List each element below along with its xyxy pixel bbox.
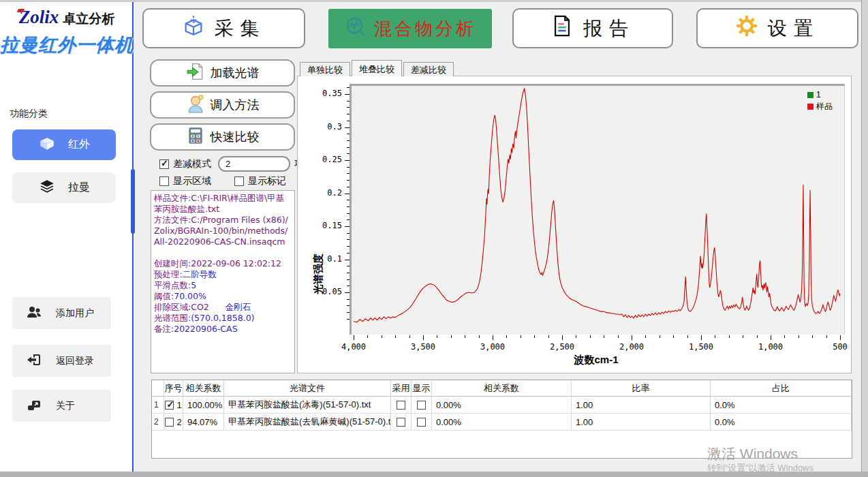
table-row[interactable]: 2294.07%甲基苯丙胺盐酸盐(去氧麻黄碱)(51-57-0).txt0.00… — [152, 414, 852, 431]
show-checkbox[interactable] — [417, 401, 426, 410]
x-tick-label: 1,500 — [681, 342, 722, 352]
y-axis-minor-tick — [347, 114, 350, 114]
x-axis-minor-tick — [715, 335, 715, 338]
analysis-wave-icon — [344, 15, 367, 43]
col-header-ratio[interactable]: 比率 — [572, 380, 711, 396]
y-axis-minor-tick — [347, 279, 350, 280]
x-axis-minor-tick — [799, 335, 799, 338]
y-tick-label: 0.2 — [298, 188, 342, 198]
y-axis-minor-tick — [347, 319, 350, 320]
row-number: 2 — [152, 414, 164, 430]
info-text: 平滑点数: — [154, 280, 191, 290]
y-axis-minor-tick — [347, 233, 350, 234]
y-axis-tick — [345, 260, 350, 260]
x-axis-minor-tick — [604, 335, 604, 338]
display-options-row: 显示区域 显示标记 — [159, 175, 286, 187]
col-header-seq[interactable]: 序号 — [164, 380, 183, 396]
plot-area[interactable] — [350, 84, 845, 335]
row-select-checkbox[interactable] — [165, 418, 174, 427]
subtract-count-input[interactable] — [218, 156, 290, 172]
x-tick-label: 4,000 — [333, 342, 374, 352]
row-select-checkbox[interactable] — [165, 401, 174, 410]
adopt-checkbox[interactable] — [397, 418, 405, 427]
info-text: 排除区域:CO2 — [154, 302, 226, 312]
x-axis-minor-tick — [729, 335, 730, 338]
sidebar-item-infrared[interactable]: 红外 — [12, 129, 116, 160]
show-cell[interactable] — [412, 414, 432, 430]
x-axis-minor-tick — [757, 335, 758, 338]
x-axis-minor-tick — [506, 335, 507, 338]
seq-cell[interactable]: 1 — [164, 397, 183, 413]
about-button[interactable]: 关于 — [12, 390, 111, 422]
adopt-checkbox[interactable] — [397, 401, 405, 410]
load-spectrum-button[interactable]: 加载光谱 — [150, 59, 295, 87]
x-axis-tick — [423, 335, 424, 340]
y-tick-label: 0.35 — [298, 89, 342, 98]
load-method-button[interactable]: 调入方法 — [150, 91, 295, 119]
show-marker-checkbox[interactable] — [234, 176, 244, 186]
x-axis-minor-tick — [367, 335, 368, 338]
table-body: 11100.00%甲基苯丙胺盐酸盐(冰毒)(51-57-0).txt0.00%1… — [152, 397, 852, 431]
x-tick-label: 500 — [820, 342, 861, 352]
adopt-cell[interactable] — [391, 397, 412, 413]
y-tick-label: 0.25 — [298, 155, 342, 164]
x-axis-minor-tick — [673, 335, 674, 338]
ratio-value: 1.00 — [572, 414, 711, 430]
show-checkbox[interactable] — [417, 418, 426, 427]
x-axis-minor-tick — [743, 335, 743, 338]
tab-label: 采集 — [215, 16, 266, 42]
tab-subtract-compare[interactable]: 差减比较 — [403, 62, 454, 76]
y-tick-label: 0.15 — [298, 221, 342, 230]
col-header-file[interactable]: 光谱文件 — [224, 380, 391, 396]
seq-cell[interactable]: 2 — [164, 414, 183, 430]
x-axis-minor-tick — [660, 335, 660, 338]
y-axis-tick — [345, 292, 350, 293]
x-axis-title: 波数cm-1 — [574, 354, 618, 367]
y-tick-label: 0.05 — [298, 287, 342, 296]
return-login-button[interactable]: 返回登录 — [12, 345, 111, 377]
tab-collect[interactable]: 采集 — [142, 8, 305, 48]
col-header-correlation2[interactable]: 相关系数 — [432, 380, 572, 396]
subtract-mode-checkbox[interactable] — [159, 159, 169, 169]
sidebar-item-raman[interactable]: 拉曼 — [12, 172, 116, 203]
col-header-share[interactable]: 占比 — [711, 380, 852, 396]
table-row[interactable]: 11100.00%甲基苯丙胺盐酸盐(冰毒)(51-57-0).txt0.00%1… — [152, 397, 852, 414]
x-axis-tick — [840, 335, 841, 340]
tab-stack-compare[interactable]: 堆叠比较 — [352, 60, 402, 76]
show-region-checkbox[interactable] — [159, 176, 169, 186]
y-axis-minor-tick — [347, 253, 350, 253]
x-axis-minor-tick — [465, 335, 465, 338]
spectrum-file-name: 甲基苯丙胺盐酸盐(冰毒)(51-57-0).txt — [224, 397, 391, 413]
tab-single-compare[interactable]: 单独比较 — [300, 62, 350, 76]
x-axis-minor-tick — [451, 335, 452, 338]
tab-mixture-analysis[interactable]: 混合物分析 — [328, 9, 492, 48]
quick-compare-button[interactable]: 快速比较 — [150, 123, 295, 151]
x-axis-minor-tick — [437, 335, 437, 338]
sidebar-scroll-thumb[interactable] — [131, 169, 135, 234]
info-line: 排除区域:CO2 金刚石 — [154, 302, 292, 313]
col-header-adopt[interactable]: 采用 — [391, 380, 412, 396]
adopt-cell[interactable] — [391, 414, 412, 430]
function-category-label: 功能分类 — [10, 108, 48, 120]
show-cell[interactable] — [412, 397, 432, 413]
info-text: 样品文件:C:\FI-RIR\样品图谱\甲基苯丙胺盐酸盐.txt — [154, 193, 284, 214]
add-user-button[interactable]: 添加用户 — [12, 297, 111, 329]
info-line: 阈值:70.00% — [154, 291, 292, 302]
col-header-show[interactable]: 显示 — [412, 380, 432, 396]
info-text: 方法文件:C:/Program Files (x86)/Zolix/BGRAIn… — [154, 215, 288, 247]
x-axis-minor-tick — [645, 335, 646, 338]
brand-name-cn: 卓立分析 — [63, 12, 114, 26]
tab-report[interactable]: 报告 — [512, 8, 673, 48]
legend-entry: 样品 — [807, 101, 833, 112]
legend-label: 样品 — [816, 101, 833, 112]
tab-settings[interactable]: 设置 — [696, 8, 858, 48]
y-axis-tick — [345, 226, 350, 227]
tab-label: 混合物分析 — [374, 17, 476, 41]
method-info-panel: 样品文件:C:\FI-RIR\样品图谱\甲基苯丙胺盐酸盐.txt方法文件:C:/… — [151, 190, 295, 373]
legend-entry: 1 — [807, 90, 833, 99]
col-header-correlation[interactable]: 相关系数 — [183, 380, 224, 396]
person-icon — [186, 94, 205, 117]
about-icon — [26, 397, 42, 415]
info-line: 备注:20220906-CAS — [154, 324, 292, 335]
x-axis-minor-tick — [826, 335, 827, 338]
